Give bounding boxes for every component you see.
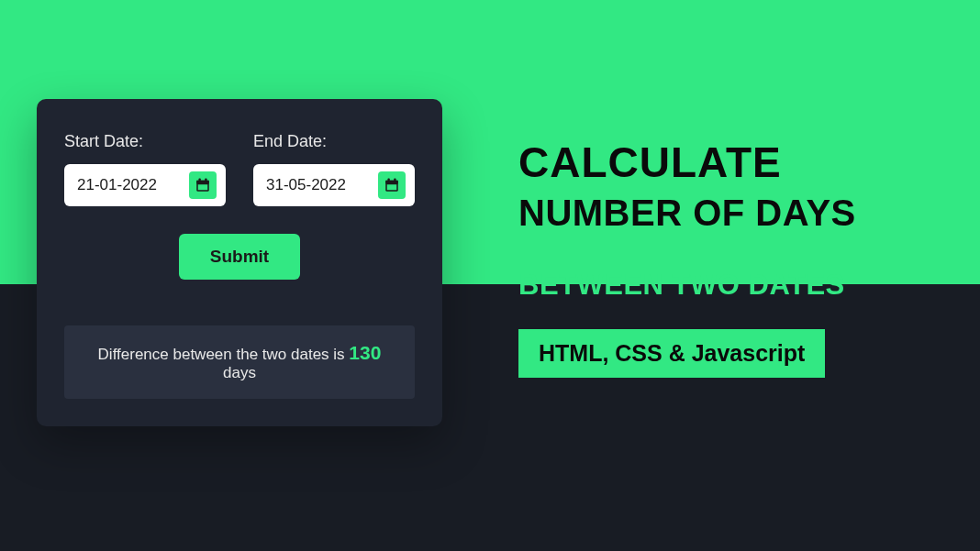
headline-calculate: CALCULATE [518, 138, 959, 187]
svg-rect-8 [394, 179, 395, 182]
calendar-icon[interactable] [378, 171, 406, 199]
svg-rect-4 [198, 184, 208, 190]
result-number: 130 [349, 342, 381, 363]
svg-rect-2 [199, 179, 201, 182]
submit-button[interactable]: Submit [179, 234, 300, 280]
end-date-label: End Date: [253, 132, 415, 151]
result-prefix: Difference between the two dates is [98, 346, 350, 363]
svg-rect-6 [385, 181, 398, 184]
headline-number-of-days: NUMBER OF DAYS [518, 193, 959, 234]
result-box: Difference between the two dates is 130 … [64, 325, 415, 399]
start-date-label: Start Date: [64, 132, 226, 151]
start-date-value: 21-01-2022 [77, 176, 157, 194]
tech-badge: HTML, CSS & Javascript [518, 329, 825, 378]
end-date-value: 31-05-2022 [266, 176, 346, 194]
inputs-row: Start Date: 21-01-2022 End Date: 31-05-2… [64, 132, 415, 206]
start-date-input[interactable]: 21-01-2022 [64, 164, 226, 206]
calendar-icon[interactable] [189, 171, 217, 199]
result-suffix: days [223, 364, 256, 381]
svg-rect-9 [387, 184, 397, 190]
headline-between-two-dates: BETWEEN TWO DATES [518, 269, 959, 302]
date-calculator-card: Start Date: 21-01-2022 End Date: 31-05-2… [37, 99, 442, 426]
title-block: CALCULATE NUMBER OF DAYS BETWEEN TWO DAT… [518, 138, 959, 378]
svg-rect-1 [196, 181, 209, 184]
end-date-input[interactable]: 31-05-2022 [253, 164, 415, 206]
end-date-group: End Date: 31-05-2022 [253, 132, 415, 206]
svg-rect-3 [205, 179, 206, 182]
start-date-group: Start Date: 21-01-2022 [64, 132, 226, 206]
svg-rect-7 [388, 179, 390, 182]
